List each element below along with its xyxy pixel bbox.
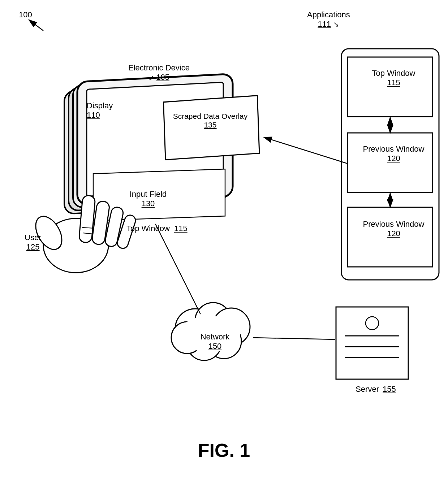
prev-window-2-num: 120 [387,229,400,238]
network-name: Network [201,332,230,341]
electronic-device-num: 105 [156,73,169,82]
svg-line-4 [29,20,43,31]
previous-window-1-label: Previous Window 120 [351,144,436,163]
top-window-bottom-label: Top Window 115 [126,224,188,233]
svg-rect-37 [104,206,124,247]
svg-line-39 [82,228,93,228]
svg-rect-35 [79,195,95,243]
top-window-label: Top Window 115 [351,69,436,87]
svg-line-18 [264,137,348,164]
fig-label: FIG. 1 [0,439,448,461]
ref-100-label: 100 [19,10,32,20]
input-field-num: 130 [142,199,155,208]
user-label: User 125 [25,233,41,252]
electronic-device-label: Electronic Device ↙ 105 [128,63,190,82]
network-num: 150 [208,342,222,351]
network-label: Network 150 [193,332,237,351]
applications-label: Applications 111 ↘ [307,10,350,29]
svg-point-33 [43,218,108,273]
svg-rect-15 [87,82,223,196]
previous-window-2-label: Previous Window 120 [351,220,436,238]
user-name: User [25,233,41,242]
svg-rect-27 [336,307,408,379]
svg-rect-36 [91,200,110,245]
applications-arrow: ↘ [333,20,339,28]
diagram-container: 100 Applications 111 ↘ Top Window 115 Pr… [0,0,448,481]
server-name: Server [356,385,379,394]
top-window-name: Top Window [372,69,415,78]
scraped-data-overlay-num: 135 [204,121,216,129]
user-num: 125 [26,242,40,251]
prev-window-2-name: Previous Window [363,220,425,229]
display-name: Display [87,101,113,110]
top-window-bottom-num: 115 [174,224,188,233]
prev-window-1-num: 120 [387,154,400,163]
server-num: 155 [383,385,396,394]
applications-num: 111 [318,20,331,29]
display-label: Display 110 [87,101,113,120]
top-window-bottom-name: Top Window [126,224,170,233]
input-field-name: Input Field [130,190,167,199]
svg-line-26 [155,224,201,314]
top-window-num: 115 [387,78,400,87]
svg-line-40 [83,233,94,234]
scraped-data-overlay-label: Scraped Data Overlay 135 [167,112,254,129]
scraped-data-overlay-name: Scraped Data Overlay [173,112,248,120]
svg-line-32 [253,338,335,339]
svg-point-28 [366,317,379,330]
server-label: Server 155 [340,385,412,394]
svg-rect-13 [73,77,228,208]
display-num: 110 [87,110,100,120]
prev-window-1-name: Previous Window [363,144,425,153]
svg-rect-14 [77,74,233,205]
input-field-label: Input Field 130 [112,190,184,208]
electronic-device-name: Electronic Device [128,63,190,72]
applications-name: Applications [307,10,350,19]
